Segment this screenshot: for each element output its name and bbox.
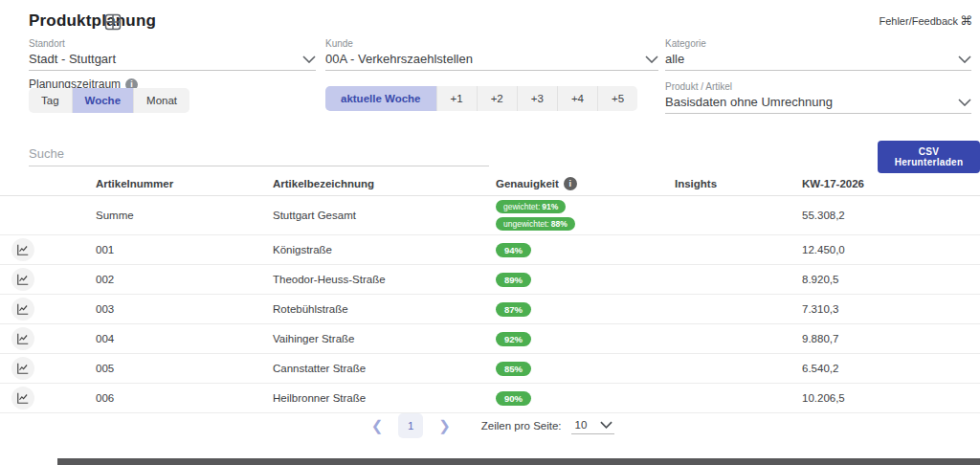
kw-value-cell: 10.206,5 [802, 392, 980, 404]
chevron-down-icon [302, 55, 316, 63]
page-title: Produktplanung [29, 11, 156, 31]
summary-row: Summe Stuttgart Gesamt gewichtet:91% ung… [0, 196, 980, 235]
prev-page-button[interactable]: ❮ [366, 415, 390, 436]
artikelbezeichnung-cell: Königstraße [273, 244, 496, 255]
col-kw: KW-17-2026 [802, 178, 980, 189]
artikelnummer-cell: 004 [96, 333, 273, 344]
weighted-accuracy-badge: gewichtet:91% [496, 200, 566, 213]
summary-kw-value: 55.308,2 [802, 210, 980, 221]
produkt-value: Basisdaten ohne Umrechnung [665, 95, 833, 109]
table-row: 001 Königstraße 94% 12.450,0 [0, 235, 980, 265]
kw-value-cell: 8.920,5 [802, 274, 980, 285]
kw-value-cell: 7.310,3 [802, 303, 980, 315]
article-table: Artikelnummer Artikelbezeichnung Genauig… [0, 172, 980, 413]
artikelnummer-cell: 006 [96, 392, 273, 404]
produkt-select[interactable]: Produkt / Artikel Basisdaten ohne Umrech… [665, 81, 971, 114]
grid-icon [103, 12, 122, 32]
next-page-button[interactable]: ❯ [433, 415, 457, 436]
line-chart-icon [16, 332, 30, 345]
chevron-down-icon [958, 55, 971, 63]
week-plus4-button[interactable]: +4 [558, 86, 598, 111]
summary-name: Stuttgart Gesamt [273, 210, 496, 221]
accuracy-badge: 90% [496, 391, 531, 406]
artikelbezeichnung-cell: Vaihinger Straße [273, 333, 496, 344]
kw-value-cell: 9.880,7 [802, 333, 980, 344]
kw-value-cell: 12.450,0 [802, 244, 980, 255]
accuracy-badge: 89% [496, 273, 531, 287]
week-plus2-button[interactable]: +2 [478, 86, 518, 111]
toggle-tag[interactable]: Tag [29, 88, 73, 113]
table-header-row: Artikelnummer Artikelbezeichnung Genauig… [0, 172, 980, 196]
week-current-button[interactable]: aktuelle Woche [325, 86, 437, 111]
week-plus3-button[interactable]: +3 [518, 86, 558, 111]
table-row: 003 Rotebühlstraße 87% 7.310,3 [0, 295, 980, 324]
week-plus5-button[interactable]: +5 [598, 86, 637, 111]
zeitraum-toggle-group: Tag Woche Monat [29, 88, 189, 113]
line-chart-icon [16, 243, 30, 256]
chevron-down-icon [958, 99, 971, 106]
week-offset-group: aktuelle Woche +1 +2 +3 +4 +5 [325, 86, 637, 111]
csv-download-button[interactable]: CSV Herunterladen [878, 141, 980, 173]
row-chart-button[interactable] [11, 238, 34, 261]
feedback-shortcut-icon: ⌘ [960, 13, 972, 28]
toggle-woche[interactable]: Woche [73, 88, 135, 113]
search-input[interactable] [29, 144, 489, 166]
feedback-label: Fehler/Feedback [879, 15, 958, 27]
row-chart-button[interactable] [11, 298, 34, 321]
artikelbezeichnung-cell: Theodor-Heuss-Straße [273, 274, 496, 285]
row-chart-button[interactable] [11, 387, 34, 410]
kategorie-label: Kategorie [665, 38, 971, 49]
info-icon[interactable]: i [564, 177, 577, 190]
artikelnummer-cell: 002 [96, 274, 273, 285]
line-chart-icon [16, 362, 30, 375]
rows-per-page-value: 10 [575, 419, 588, 431]
artikelnummer-cell: 001 [96, 244, 273, 255]
artikelbezeichnung-cell: Rotebühlstraße [273, 303, 496, 315]
table-row: 002 Theodor-Heuss-Straße 89% 8.920,5 [0, 265, 980, 295]
week-plus1-button[interactable]: +1 [437, 86, 478, 111]
accuracy-badge: 85% [496, 362, 531, 376]
kunde-label: Kunde [325, 38, 658, 49]
standort-value: Stadt - Stuttgart [29, 52, 116, 66]
accuracy-badge: 87% [496, 302, 531, 317]
grid-view-button[interactable] [103, 12, 122, 32]
artikelbezeichnung-cell: Cannstatter Straße [273, 363, 496, 374]
table-row: 005 Cannstatter Straße 85% 6.540,2 [0, 354, 980, 384]
chevron-down-icon [600, 421, 612, 429]
row-chart-button[interactable] [11, 327, 34, 350]
col-artikelbezeichnung: Artikelbezeichnung [273, 178, 496, 189]
line-chart-icon [16, 273, 30, 286]
unweighted-accuracy-badge: ungewichtet:88% [496, 217, 575, 231]
kw-value-cell: 6.540,2 [802, 363, 980, 374]
row-chart-button[interactable] [11, 357, 34, 380]
artikelnummer-cell: 003 [96, 303, 273, 315]
artikelnummer-cell: 005 [96, 363, 273, 374]
pagination: ❮ 1 ❯ Zeilen pro Seite: 10 [0, 413, 980, 438]
feedback-link[interactable]: Fehler/Feedback⌘ [879, 13, 972, 28]
col-insights: Insights [675, 178, 802, 189]
standort-label: Standort [29, 38, 316, 49]
page-number-button[interactable]: 1 [398, 413, 423, 438]
kunde-value: 00A - Verkehrszaehlstellen [325, 52, 473, 66]
rows-per-page-select[interactable]: 10 [571, 417, 615, 434]
table-row: 004 Vaihinger Straße 92% 9.880,7 [0, 324, 980, 354]
chevron-down-icon [645, 55, 658, 63]
line-chart-icon [16, 391, 30, 405]
rows-per-page-label: Zeilen pro Seite: [481, 420, 562, 432]
kunde-select[interactable]: Kunde 00A - Verkehrszaehlstellen [325, 38, 658, 71]
standort-select[interactable]: Standort Stadt - Stuttgart [29, 38, 316, 71]
toggle-monat[interactable]: Monat [134, 88, 189, 113]
produkt-label: Produkt / Artikel [665, 81, 971, 92]
line-chart-icon [16, 302, 30, 316]
kategorie-select[interactable]: Kategorie alle [665, 38, 971, 71]
bottom-bar [57, 458, 980, 465]
kategorie-value: alle [665, 52, 684, 66]
accuracy-badge: 94% [496, 243, 531, 257]
table-row: 006 Heilbronner Straße 90% 10.206,5 [0, 384, 980, 413]
artikelbezeichnung-cell: Heilbronner Straße [273, 392, 496, 404]
accuracy-badge: 92% [496, 332, 531, 346]
col-genauigkeit: Genauigkeit i [496, 177, 675, 190]
col-artikelnummer: Artikelnummer [96, 178, 273, 189]
summary-nr: Summe [96, 210, 273, 221]
row-chart-button[interactable] [11, 268, 34, 291]
